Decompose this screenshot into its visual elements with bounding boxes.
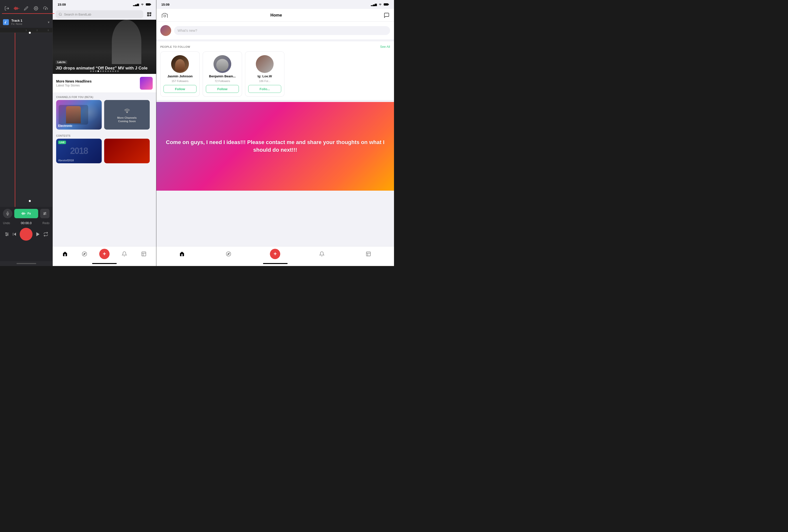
svg-point-32 [6,235,7,236]
svg-rect-7 [18,8,19,8]
svg-rect-19 [25,213,26,214]
feed-search-wrapper: Search in BandLab [56,11,153,18]
feed-home-bar [92,263,117,264]
track-icon [3,19,9,25]
daw-panel: Track 1 Fx: None ▾ 1 2 3 [0,0,53,266]
waveform-icon[interactable] [13,5,20,12]
skip-back-icon[interactable] [12,232,17,237]
jasmin-avatar [171,55,189,73]
home-nav-bell[interactable] [317,249,327,259]
feed-nav-explore[interactable] [80,249,90,259]
pencil-icon[interactable] [23,5,29,12]
home-status-bar: 15:09 ▂▄▆ [156,0,394,9]
feed-nav-bell[interactable] [119,249,129,259]
see-all-link[interactable]: See All [380,45,390,48]
feed-channel-electronic[interactable]: Electronic [56,100,102,130]
loop-icon[interactable] [43,232,48,237]
svg-point-38 [59,13,61,15]
loe-avatar [256,55,274,73]
home-post-card[interactable]: Come on guys, I need I ideas!!! Please c… [156,102,394,191]
feed-hero-title: JID drops animated “Off Deez” MV with J … [56,65,147,71]
settings-icon[interactable] [33,5,39,12]
home-people-header: PEOPLE TO FOLLOW See All [160,45,390,48]
home-wifi-icon [378,3,382,6]
home-people-cards: Jasmin Johnson 157 Followers Follow Benj… [160,52,390,97]
mic-button[interactable] [3,209,12,218]
undo-label[interactable]: Undo [3,221,10,225]
home-post-text: Come on guys, I need I ideas!!! Please c… [156,131,394,161]
upload-icon[interactable] [42,5,49,12]
redo-label[interactable]: Redo [42,221,50,225]
feed-news-subtitle: Latest Top Stories [56,84,137,87]
svg-marker-35 [36,232,39,236]
svg-rect-8 [19,8,19,9]
feed-news-text: More News Headlines Latest Top Stories [56,79,137,87]
person-card-benjamin: Benjamin Beam... 72 Followers Follow [203,52,242,97]
transport-row: Undo 00:00.0 Redo [0,220,53,226]
home-status-time: 15:09 [161,3,170,6]
eq-button[interactable] [40,209,50,218]
track-lane [0,33,53,207]
feed-status-icons: ▂▄▆ [133,3,151,6]
svg-rect-36 [146,3,150,5]
svg-rect-4 [16,7,17,9]
home-header: Home [156,9,394,22]
svg-point-25 [45,212,46,213]
chat-icon[interactable] [383,12,390,18]
daw-fx-row: Fx [0,207,53,220]
record-button[interactable] [20,228,33,241]
feed-nav-add[interactable]: + [99,249,110,259]
svg-rect-18 [25,213,25,214]
feed-channels-title: CHANNELS FOR YOU (BETA) [53,93,156,100]
home-nav-library[interactable] [363,249,373,259]
qr-icon[interactable] [145,11,153,18]
feed-channel-soon[interactable]: More ChannelsComing Soon [104,100,150,130]
benjamin-follow-button[interactable]: Follow [206,85,239,93]
svg-rect-2 [15,7,15,9]
loe-followers: 186 Fol... [259,80,270,82]
svg-rect-3 [15,7,16,10]
daw-ruler: 1 2 3 [0,28,53,33]
feed-contests-title: CONTESTS [53,133,156,139]
svg-rect-54 [142,252,146,256]
person-card-jasmin: Jasmin Johnson 157 Followers Follow [160,52,200,97]
feed-news-row[interactable]: More News Headlines Latest Top Stories [53,74,156,93]
track-info: Track 1 Fx: None [11,19,45,25]
feed-news-title: More News Headlines [56,79,137,83]
jasmin-followers: 157 Followers [172,80,189,82]
home-home-bar [263,263,288,264]
feed-contest-bestof2018[interactable]: LIVE 2018 #bestof2018 [56,139,102,163]
home-home-indicator [156,261,394,266]
jasmin-follow-button[interactable]: Follow [163,85,197,93]
feed-contests: LIVE 2018 #bestof2018 [53,139,156,166]
svg-point-50 [126,112,127,113]
track-name: Track 1 [11,19,45,22]
mixer-icon[interactable] [4,232,9,237]
feed-contest-2[interactable] [104,139,150,163]
person-card-loe: Ig: Loe.W 186 Fol... Follo... [245,52,284,97]
svg-marker-53 [84,253,86,255]
waveform-active-button[interactable]: Fx [14,209,38,218]
home-nav-add[interactable]: + [270,249,280,259]
feed-search-input[interactable]: Search in BandLab [56,11,143,18]
feed-nav-home[interactable] [60,249,70,259]
feed-hero-badge: Lab.fm [56,60,67,64]
home-scroll[interactable]: What's new? PEOPLE TO FOLLOW See All [156,22,394,246]
loe-follow-button[interactable]: Follo... [248,85,281,93]
whats-new-input[interactable]: What's new? [174,26,390,35]
feed-nav-library[interactable] [139,249,149,259]
exit-icon[interactable] [3,5,11,12]
contest-year: 2018 [70,146,88,156]
svg-rect-5 [17,7,17,10]
battery-icon [146,3,151,6]
svg-rect-60 [366,252,370,256]
play-button[interactable] [35,232,41,237]
home-nav-home[interactable] [177,249,187,259]
home-nav-explore[interactable] [223,249,233,259]
search-placeholder: Search in BandLab [64,13,91,16]
feed-scroll[interactable]: Lab.fm JID drops animated “Off Deez” MV … [53,20,156,246]
camera-icon[interactable] [161,12,169,19]
search-icon [59,13,62,16]
feed-hero[interactable]: Lab.fm JID drops animated “Off Deez” MV … [53,20,156,74]
track-collapse-arrow[interactable]: ▾ [48,20,50,24]
